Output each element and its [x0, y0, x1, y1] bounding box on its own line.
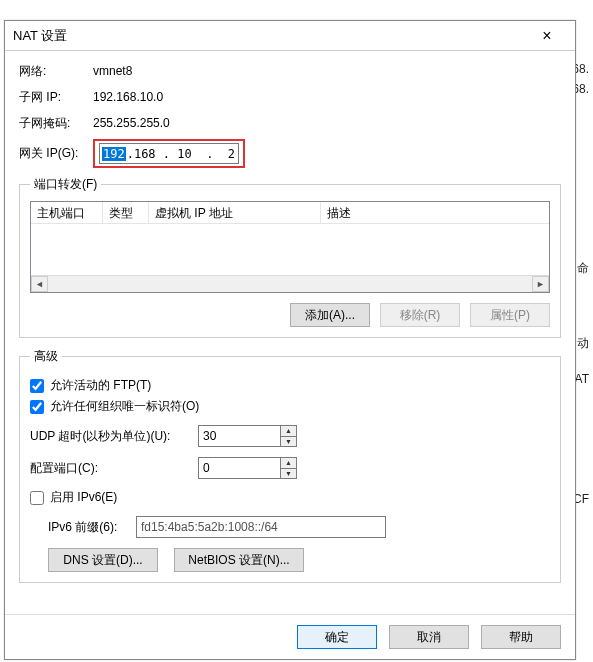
horizontal-scrollbar[interactable]: ◄ ► [31, 275, 549, 292]
config-port-input[interactable] [198, 457, 280, 479]
ipv6-prefix-label: IPv6 前缀(6): [48, 519, 128, 536]
allow-active-ftp-label: 允许活动的 FTP(T) [50, 377, 151, 394]
port-forwarding-group: 端口转发(F) 主机端口 类型 虚拟机 IP 地址 描述 ◄ ► 添加(A)..… [19, 176, 561, 338]
gateway-ip-input[interactable]: 192 .168 . 10 . 2 [99, 143, 239, 164]
network-value: vmnet8 [93, 64, 132, 78]
advanced-legend: 高级 [30, 348, 62, 365]
allow-active-ftp-checkbox[interactable] [30, 379, 44, 393]
udp-timeout-spinner[interactable]: ▲ ▼ [280, 425, 297, 447]
col-host-port[interactable]: 主机端口 [31, 202, 103, 223]
gateway-ip-selected-octet: 192 [102, 147, 126, 161]
port-forwarding-legend: 端口转发(F) [30, 176, 101, 193]
subnet-mask-value: 255.255.255.0 [93, 116, 170, 130]
subnet-ip-label: 子网 IP: [19, 89, 93, 106]
col-type[interactable]: 类型 [103, 202, 149, 223]
ok-button[interactable]: 确定 [297, 625, 377, 649]
port-forwarding-table[interactable]: 主机端口 类型 虚拟机 IP 地址 描述 ◄ ► [30, 201, 550, 293]
gateway-ip-rest: .168 . 10 . 2 [126, 147, 236, 161]
gateway-highlight: 192 .168 . 10 . 2 [93, 139, 245, 168]
config-port-label: 配置端口(C): [30, 460, 190, 477]
table-header: 主机端口 类型 虚拟机 IP 地址 描述 [31, 202, 549, 224]
spinner-down-icon[interactable]: ▼ [281, 437, 296, 447]
nat-settings-dialog: NAT 设置 × 网络: vmnet8 子网 IP: 192.168.10.0 … [4, 20, 576, 660]
scroll-track[interactable] [48, 276, 532, 292]
udp-timeout-label: UDP 超时(以秒为单位)(U): [30, 428, 190, 445]
properties-button: 属性(P) [470, 303, 550, 327]
dialog-footer: 确定 取消 帮助 [5, 614, 575, 659]
allow-any-oui-checkbox[interactable] [30, 400, 44, 414]
allow-any-oui-label: 允许任何组织唯一标识符(O) [50, 398, 199, 415]
network-label: 网络: [19, 63, 93, 80]
netbios-settings-button[interactable]: NetBIOS 设置(N)... [174, 548, 304, 572]
help-button[interactable]: 帮助 [481, 625, 561, 649]
cancel-button[interactable]: 取消 [389, 625, 469, 649]
remove-button: 移除(R) [380, 303, 460, 327]
subnet-ip-value: 192.168.10.0 [93, 90, 163, 104]
advanced-group: 高级 允许活动的 FTP(T) 允许任何组织唯一标识符(O) UDP 超时(以秒… [19, 348, 561, 583]
add-button[interactable]: 添加(A)... [290, 303, 370, 327]
close-button[interactable]: × [527, 22, 567, 50]
scroll-left-icon[interactable]: ◄ [31, 276, 48, 292]
scroll-right-icon[interactable]: ► [532, 276, 549, 292]
dialog-title: NAT 设置 [13, 27, 527, 45]
spinner-up-icon[interactable]: ▲ [281, 426, 296, 437]
enable-ipv6-label: 启用 IPv6(E) [50, 489, 117, 506]
enable-ipv6-checkbox[interactable] [30, 491, 44, 505]
spinner-down-icon[interactable]: ▼ [281, 469, 296, 479]
subnet-mask-label: 子网掩码: [19, 115, 93, 132]
dns-settings-button[interactable]: DNS 设置(D)... [48, 548, 158, 572]
spinner-up-icon[interactable]: ▲ [281, 458, 296, 469]
col-description[interactable]: 描述 [321, 202, 549, 223]
gateway-ip-label: 网关 IP(G): [19, 145, 93, 162]
udp-timeout-input[interactable] [198, 425, 280, 447]
ipv6-prefix-input [136, 516, 386, 538]
titlebar: NAT 设置 × [5, 21, 575, 51]
col-vm-ip[interactable]: 虚拟机 IP 地址 [149, 202, 321, 223]
config-port-spinner[interactable]: ▲ ▼ [280, 457, 297, 479]
